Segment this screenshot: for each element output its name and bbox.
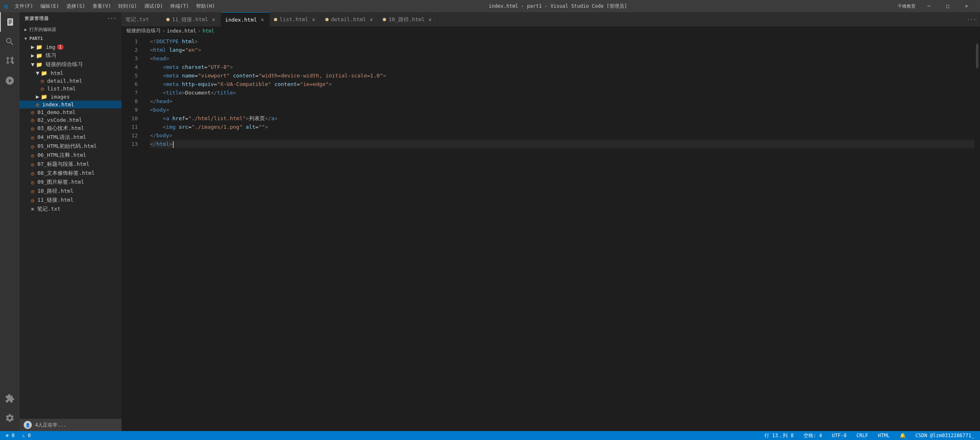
maximize-button[interactable]: □ <box>938 0 957 12</box>
tree-item-01-demo[interactable]: ◎ 01_demo.html <box>20 108 121 116</box>
code-line-7: <title>Document</title> <box>150 88 974 97</box>
code-line-10: <a href="./html/list.html">列表页</a> <box>150 114 974 123</box>
status-errors[interactable]: ⊗ 0 <box>4 433 16 438</box>
activity-bar <box>0 12 20 431</box>
activity-search[interactable] <box>0 32 20 51</box>
minimize-button[interactable]: ─ <box>920 0 938 12</box>
tree-item-02-vscode[interactable]: ◎ 02_vsCode.html <box>20 116 121 124</box>
status-spaces[interactable]: 空格: 4 <box>802 432 824 439</box>
user-label: 4人正在学... <box>35 422 66 429</box>
tab-list-html[interactable]: list.html × <box>270 12 321 26</box>
status-language[interactable]: HTML <box>876 433 892 438</box>
breadcrumb-file[interactable]: index.html <box>167 28 196 34</box>
status-bar-right: 行 13，列 8 空格: 4 UTF-8 CRLF HTML 🔔 CSDN @l… <box>763 432 976 439</box>
tab-index-html[interactable]: index.html × <box>221 12 270 26</box>
spaces-label: 空格: 4 <box>803 432 822 439</box>
tab-close-10[interactable]: × <box>427 16 433 23</box>
tree-item-03-core[interactable]: ◎ 03_核心技术.html <box>20 124 121 133</box>
activity-settings[interactable] <box>0 408 20 428</box>
code-editor[interactable]: 1 2 3 4 5 6 7 8 9 10 11 12 13 <!DOCTYPE … <box>121 35 980 431</box>
menu-view[interactable]: 查看(V) <box>89 2 115 11</box>
menu-help[interactable]: 帮助(H) <box>193 2 218 11</box>
tab-dot-detail <box>325 18 329 21</box>
status-bar-left: ⊗ 0 ⚠ 0 <box>4 433 32 438</box>
code-line-3: <head> <box>150 54 974 63</box>
tab-label-10: 10_路径.html <box>388 16 425 23</box>
menu-edit[interactable]: 编辑(E) <box>37 2 62 11</box>
menu-goto[interactable]: 转到(G) <box>115 2 140 11</box>
editor-scrollbar[interactable] <box>974 35 980 431</box>
activity-explorer[interactable] <box>0 12 20 32</box>
tree-item-09-img[interactable]: ◎ 09_图片标签.html <box>20 178 121 187</box>
tree-item-04-syntax[interactable]: ◎ 04_HTML语法.html <box>20 133 121 142</box>
activity-source-control[interactable] <box>0 51 20 71</box>
tab-dot-10 <box>383 18 386 21</box>
tree-item-06-comment[interactable]: ◎ 06_HTML注释.html <box>20 151 121 160</box>
code-line-4: <meta charset="UTF-8"> <box>150 63 974 71</box>
avatar: 👤 <box>24 421 32 429</box>
tree-item-html-folder[interactable]: ▼ 📁 html <box>20 69 121 77</box>
brand-label: 千锋教育 <box>898 3 916 9</box>
tab-close-list[interactable]: × <box>311 16 316 23</box>
tree-item-07-heading[interactable]: ◎ 07_标题与段落.html <box>20 160 121 169</box>
tree-item-list-html[interactable]: ◎ list.html <box>20 85 121 92</box>
close-button[interactable]: × <box>957 0 976 12</box>
menu-file[interactable]: 文件(F) <box>11 2 37 11</box>
code-line-12: </body> <box>150 131 974 140</box>
code-line-1: <!DOCTYPE html> <box>150 37 974 46</box>
status-account[interactable]: CSDN @lzm0312286771_ <box>914 433 976 438</box>
bell-icon: 🔔 <box>900 433 906 438</box>
tab-more[interactable]: ··· <box>964 12 980 26</box>
tree-item-links-practice[interactable]: ▼ 📁 链接的综合练习 <box>20 60 121 69</box>
tree-item-11-link[interactable]: ◎ 11_链接.html <box>20 196 121 205</box>
tree-item-images-folder[interactable]: ▶ 📁 images <box>20 92 121 101</box>
bottom-bar: 👤 4人正在学... <box>20 419 121 431</box>
status-encoding[interactable]: UTF-8 <box>830 433 848 438</box>
tab-close-detail[interactable]: × <box>369 16 374 23</box>
window-controls: ─ □ × <box>920 0 976 12</box>
tree-item-practice[interactable]: ▶ 📁 练习 <box>20 51 121 60</box>
status-bell[interactable]: 🔔 <box>898 433 907 438</box>
menu-select[interactable]: 选择(S) <box>63 2 88 11</box>
tree-item-10-path[interactable]: ◎ 10_路径.html <box>20 187 121 196</box>
tree-item-08-text[interactable]: ◎ 08_文本修饰标签.html <box>20 169 121 178</box>
tree-item-05-init[interactable]: ◎ 05_HTML初始代码.html <box>20 142 121 151</box>
status-warnings[interactable]: ⚠ 0 <box>20 433 33 438</box>
activity-run[interactable] <box>0 71 20 90</box>
code-line-13: </html> <box>150 140 974 148</box>
breadcrumb: 链接的综合练习 › index.html › html <box>121 26 980 35</box>
breadcrumb-symbol[interactable]: html <box>203 28 214 34</box>
title-bar: ≋ 文件(F) 编辑(E) 选择(S) 查看(V) 转到(G) 调试(D) 终端… <box>0 0 980 12</box>
tab-notes-txt[interactable]: 笔记.txt <box>121 12 162 26</box>
main-layout: 资源管理器 ··· ▶ 打开的编辑器 ▼ PART1 ▶ 📁 img 1 ▶ 📁… <box>0 12 980 431</box>
code-line-11: <img src="./images/1.png" alt=""> <box>150 123 974 131</box>
tree-item-index-html[interactable]: ◎ index.html <box>20 101 121 108</box>
open-editors-section[interactable]: ▶ 打开的编辑器 <box>20 25 121 34</box>
tab-11-link[interactable]: 11_链接.html × <box>162 12 221 26</box>
code-line-9: <body> <box>150 106 974 114</box>
tree-item-detail-html[interactable]: ◎ detail.html <box>20 77 121 85</box>
error-count: ⊗ 0 <box>6 433 15 438</box>
line-ending-label: CRLF <box>856 433 868 438</box>
code-line-2: <html lang="en"> <box>150 46 974 54</box>
code-line-8: </head> <box>150 97 974 106</box>
status-line-ending[interactable]: CRLF <box>855 433 870 438</box>
code-line-5: <meta name="viewport" content="width=dev… <box>150 71 974 80</box>
menu-terminal[interactable]: 终端(T) <box>167 2 192 11</box>
part1-section[interactable]: ▼ PART1 <box>20 34 121 43</box>
activity-extensions[interactable] <box>0 389 20 408</box>
tab-10-path[interactable]: 10_路径.html × <box>379 12 437 26</box>
tab-close-11[interactable]: × <box>211 16 216 23</box>
tab-label-11: 11_链接.html <box>172 16 208 23</box>
tab-bar: 笔记.txt 11_链接.html × index.html × list.ht… <box>121 12 980 26</box>
menu-debug[interactable]: 调试(D) <box>141 2 166 11</box>
status-position[interactable]: 行 13，列 8 <box>763 432 795 439</box>
breadcrumb-workspace[interactable]: 链接的综合练习 <box>126 27 161 34</box>
code-content[interactable]: <!DOCTYPE html> <html lang="en"> <head> … <box>142 35 974 431</box>
tree-item-img[interactable]: ▶ 📁 img 1 <box>20 43 121 51</box>
tree-item-notes-txt[interactable]: ≡ 笔记.txt <box>20 205 121 213</box>
title-bar-right: 千锋教育 ─ □ × <box>898 0 976 12</box>
file-tree: ▶ 📁 img 1 ▶ 📁 练习 ▼ 📁 链接的综合练习 ▼ 📁 html ◎ <box>20 43 121 419</box>
tab-close-index[interactable]: × <box>259 16 265 23</box>
tab-detail-html[interactable]: detail.html × <box>321 12 379 26</box>
